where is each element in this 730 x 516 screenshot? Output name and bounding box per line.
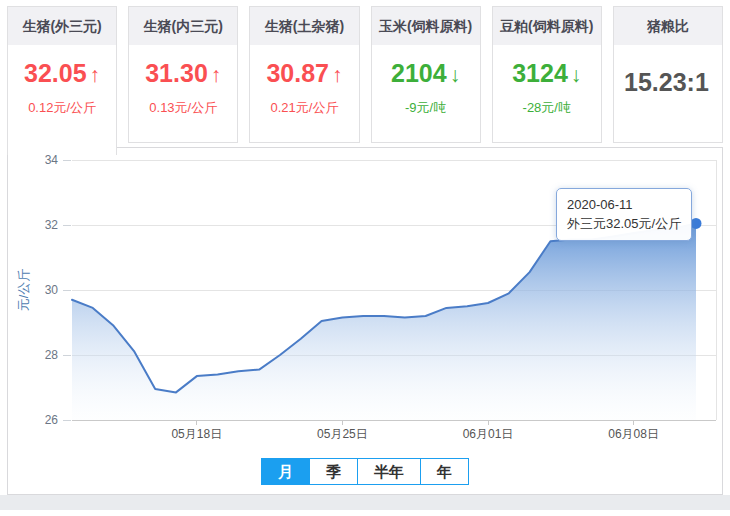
price-change: 0.13元/公斤 (129, 99, 237, 117)
trend-arrow-icon: ↓ (450, 63, 461, 86)
price-card-6[interactable]: 猪粮比 15.23:1 (613, 6, 723, 143)
price-card-body: 30.87↑ 0.21元/公斤 (250, 45, 358, 117)
x-tick-label-06月08日: 06月08日 (608, 427, 659, 441)
price-card-1[interactable]: 生猪(外三元) 32.05↑ 0.12元/公斤 (7, 6, 117, 155)
price-card-title: 猪粮比 (614, 7, 722, 45)
price-card-4[interactable]: 玉米(饲料原料) 2104↓ -9元/吨 (371, 6, 481, 143)
y-tick-label-34: 34 (45, 153, 59, 167)
price-card-body: 15.23:1 (614, 45, 722, 99)
tooltip-value: 外三元32.05元/公斤 (567, 214, 681, 233)
price-value: 32.05 (24, 59, 87, 87)
tooltip-date: 2020-06-11 (567, 195, 681, 214)
price-card-2[interactable]: 生猪(内三元) 31.30↑ 0.13元/公斤 (128, 6, 238, 143)
x-tick-label-05月18日: 05月18日 (171, 427, 222, 441)
price-card-body: 2104↓ -9元/吨 (372, 45, 480, 117)
price-card-title: 玉米(饲料原料) (372, 7, 480, 45)
x-tick-label-05月25日: 05月25日 (317, 427, 368, 441)
data-point-dot[interactable] (691, 218, 702, 229)
period-tab-半年[interactable]: 半年 (357, 458, 421, 485)
trend-arrow-icon: ↑ (211, 63, 222, 86)
y-tick-label-32: 32 (45, 218, 59, 232)
price-change: 0.12元/公斤 (8, 99, 116, 117)
period-tab-年[interactable]: 年 (420, 458, 469, 485)
price-value: 30.87 (266, 59, 329, 87)
bottom-strip (0, 495, 730, 510)
price-card-title: 豆粕(饲料原料) (493, 7, 601, 45)
price-value: 15.23:1 (624, 68, 709, 96)
y-tick-label-26: 26 (45, 413, 59, 427)
trend-arrow-icon: ↑ (332, 63, 343, 86)
price-card-body: 3124↓ -28元/吨 (493, 45, 601, 117)
y-axis-title: 元/公斤 (16, 269, 31, 312)
price-value: 3124 (512, 59, 568, 87)
chart-tooltip: 2020-06-11 外三元32.05元/公斤 (556, 188, 692, 241)
price-card-5[interactable]: 豆粕(饲料原料) 3124↓ -28元/吨 (492, 6, 602, 143)
price-value: 31.30 (145, 59, 208, 87)
price-change: 0.21元/公斤 (250, 99, 358, 117)
price-card-3[interactable]: 生猪(土杂猪) 30.87↑ 0.21元/公斤 (249, 6, 359, 143)
price-card-body: 32.05↑ 0.12元/公斤 (8, 45, 116, 117)
x-tick-label-06月01日: 06月01日 (463, 427, 514, 441)
price-change: -9元/吨 (372, 99, 480, 117)
price-card-title: 生猪(内三元) (129, 7, 237, 45)
price-chart-panel: 262830323405月18日05月25日06月01日06月08日元/公斤 2… (7, 147, 723, 495)
price-change: -28元/吨 (493, 99, 601, 117)
price-cards-row: 生猪(外三元) 32.05↑ 0.12元/公斤 生猪(内三元) 31.30↑ 0… (0, 0, 730, 147)
period-tab-季[interactable]: 季 (309, 458, 358, 485)
trend-arrow-icon: ↓ (571, 63, 582, 86)
price-value: 2104 (391, 59, 447, 87)
price-card-title: 生猪(外三元) (8, 7, 116, 45)
y-tick-label-28: 28 (45, 348, 59, 362)
period-tab-月[interactable]: 月 (261, 458, 310, 485)
y-tick-label-30: 30 (45, 283, 59, 297)
price-card-title: 生猪(土杂猪) (250, 7, 358, 45)
price-card-body: 31.30↑ 0.13元/公斤 (129, 45, 237, 117)
trend-arrow-icon: ↑ (90, 63, 101, 86)
period-tabs: 月 季 半年 年 (8, 458, 722, 485)
